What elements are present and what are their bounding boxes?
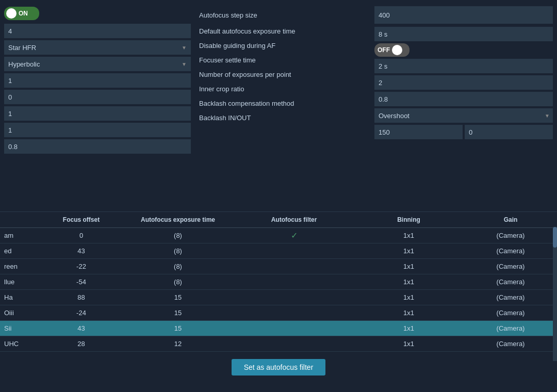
curve-fitting-select[interactable]: Hyperbolic ▼ (4, 57, 191, 71)
row-exposure[interactable]: 15 (121, 291, 235, 303)
row-gain[interactable]: (Camera) (464, 307, 557, 319)
row-filter[interactable] (235, 296, 353, 300)
table-row[interactable]: Sii 43 15 1x1 (Camera) (0, 321, 557, 336)
hfr-method-label: Star HFR (8, 44, 36, 52)
table-row[interactable]: llue -54 (8) 1x1 (Camera) (0, 274, 557, 290)
hfr-select-arrow: ▼ (182, 45, 187, 51)
row-exposure[interactable]: 15 (121, 322, 235, 334)
row-name: Oiii (0, 307, 41, 319)
row-offset[interactable]: 43 (41, 245, 121, 257)
guiding-toggle-label: OFF (378, 46, 390, 54)
table-row[interactable]: Ha 88 15 1x1 (Camera) (0, 290, 557, 305)
row-filter[interactable] (235, 326, 353, 331)
label-default-exposure: Default autofocus exposure time (199, 24, 366, 38)
row-gain[interactable]: (Camera) (464, 245, 557, 257)
row-name: ed (0, 245, 41, 257)
label-autofocus-step: Autofocus step size (199, 6, 366, 24)
row-exposure[interactable]: 15 (121, 307, 235, 319)
row-name: Ha (0, 291, 41, 303)
row-filter[interactable] (235, 265, 353, 269)
row-binning[interactable]: 1x1 (353, 245, 464, 257)
table-row[interactable]: ed 43 (8) 1x1 (Camera) (0, 243, 557, 259)
col-header-exposure: Autofocus exposure time (121, 215, 235, 224)
col-header-filter: Autofocus filter (235, 215, 353, 224)
row-filter[interactable]: ✓ (235, 228, 353, 242)
table-header: Focus offset Autofocus exposure time Aut… (0, 212, 557, 228)
backlash-out-value[interactable]: 0 (465, 125, 553, 139)
col-header-gain: Gain (464, 215, 557, 224)
row-exposure[interactable]: (8) (121, 230, 235, 241)
row-gain[interactable]: (Camera) (464, 338, 557, 350)
set-autofocus-filter-button[interactable]: Set as autofocus filter (232, 359, 326, 375)
row-offset[interactable]: 28 (41, 338, 121, 350)
row-offset[interactable]: -22 (41, 260, 121, 272)
overshoot-label: Overshoot (374, 110, 542, 122)
row-offset[interactable]: 0 (41, 230, 121, 241)
row-gain[interactable]: (Camera) (464, 260, 557, 272)
toggle-circle (6, 8, 17, 19)
row-filter[interactable] (235, 249, 353, 253)
table-row[interactable]: UHC 28 12 1x1 (Camera) (0, 336, 557, 352)
row-filter[interactable] (235, 311, 353, 315)
table-row[interactable]: reen -22 (8) 1x1 (Camera) (0, 259, 557, 274)
row-gain[interactable]: (Camera) (464, 230, 557, 241)
backlash-method-select[interactable]: Overshoot ▼ (374, 108, 553, 123)
row-binning[interactable]: 1x1 (353, 307, 464, 319)
row-exposure[interactable]: (8) (121, 260, 235, 272)
focuser-settle-value: 2 s (374, 59, 553, 73)
hfr-method-select[interactable]: Star HFR ▼ (4, 40, 191, 55)
row-binning[interactable]: 1x1 (353, 322, 464, 334)
table-body: am 0 (8) ✓ 1x1 (Camera) ed 43 (8) 1x1 (C… (0, 228, 557, 352)
scrollbar-thumb[interactable] (553, 227, 557, 248)
row-name: Sii (0, 322, 41, 334)
field4-input[interactable] (4, 73, 191, 88)
guiding-toggle[interactable]: OFF (374, 43, 409, 57)
autofocus-step-value: 400 (374, 6, 553, 24)
backlash-inout-row: 150 0 (374, 125, 553, 139)
row-name: UHC (0, 338, 41, 350)
row-exposure[interactable]: (8) (121, 276, 235, 288)
row-offset[interactable]: 88 (41, 291, 121, 303)
row-offset[interactable]: 43 (41, 322, 121, 334)
field7-input[interactable] (4, 123, 191, 137)
row-binning[interactable]: 1x1 (353, 291, 464, 303)
table-row[interactable]: Oiii -24 15 1x1 (Camera) (0, 305, 557, 321)
autofocus-check-icon: ✓ (291, 231, 298, 240)
overshoot-arrow: ▼ (542, 113, 553, 119)
label-backlash-method: Backlash compensation method (199, 96, 366, 110)
row-gain[interactable]: (Camera) (464, 276, 557, 288)
row-exposure[interactable]: 12 (121, 338, 235, 350)
row-offset[interactable]: -54 (41, 276, 121, 288)
row-binning[interactable]: 1x1 (353, 260, 464, 272)
row-filter[interactable] (235, 342, 353, 346)
row-filter[interactable] (235, 280, 353, 284)
row-gain[interactable]: (Camera) (464, 322, 557, 334)
autofocus-toggle[interactable]: ON (4, 7, 39, 20)
col-header-offset: Focus offset (41, 215, 121, 224)
row-binning[interactable]: 1x1 (353, 230, 464, 241)
row-name: am (0, 230, 41, 241)
toggle-on-label: ON (19, 10, 28, 17)
table-row[interactable]: am 0 (8) ✓ 1x1 (Camera) (0, 228, 557, 243)
bottom-button-row: Set as autofocus filter (0, 352, 557, 383)
row-exposure[interactable]: (8) (121, 245, 235, 257)
field8-input[interactable] (4, 139, 191, 154)
row-binning[interactable]: 1x1 (353, 276, 464, 288)
label-focuser-settle: Focuser settle time (199, 53, 366, 67)
field6-input[interactable] (4, 106, 191, 121)
row-offset[interactable]: -24 (41, 307, 121, 319)
row-name: llue (0, 276, 41, 288)
label-disable-guiding: Disable guiding during AF (199, 38, 366, 53)
step-count-input[interactable] (4, 24, 191, 38)
exposure-time-value: 8 s (374, 27, 553, 41)
label-backlash-inout: Backlash IN/OUT (199, 110, 366, 125)
row-gain[interactable]: (Camera) (464, 291, 557, 303)
empty-area (0, 160, 557, 211)
label-exposures-per-point: Number of exposures per point (199, 67, 366, 81)
field5-input[interactable] (4, 90, 191, 104)
filter-table: Focus offset Autofocus exposure time Aut… (0, 211, 557, 383)
backlash-in-value[interactable]: 150 (374, 125, 463, 139)
row-binning[interactable]: 1x1 (353, 338, 464, 350)
scrollbar[interactable] (553, 227, 557, 361)
col-header-binning: Binning (353, 215, 464, 224)
